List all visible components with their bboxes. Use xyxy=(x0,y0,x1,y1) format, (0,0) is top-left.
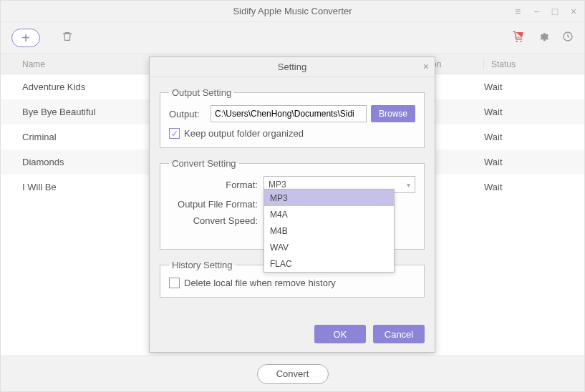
window-controls: ≡ − □ × xyxy=(513,1,579,22)
track-status: Wait xyxy=(484,132,566,142)
track-status: Wait xyxy=(484,107,566,117)
toolbar: + xyxy=(1,22,584,54)
output-label: Output: xyxy=(169,109,211,119)
format-label: Format: xyxy=(169,180,264,190)
close-icon[interactable]: × xyxy=(569,6,579,16)
gear-icon[interactable] xyxy=(538,31,549,45)
svg-point-1 xyxy=(521,40,522,41)
menu-icon[interactable]: ≡ xyxy=(513,6,523,16)
dropdown-item-wav[interactable]: WAV xyxy=(264,239,394,255)
delete-local-label: Delete local file when remove history xyxy=(184,278,336,288)
track-status: Wait xyxy=(484,157,566,167)
track-status: Wait xyxy=(484,182,566,192)
output-path-input[interactable] xyxy=(211,105,367,122)
maximize-icon[interactable]: □ xyxy=(550,6,560,16)
titlebar: Sidify Apple Music Converter ≡ − □ × xyxy=(1,1,584,22)
dropdown-item-mp3[interactable]: MP3 xyxy=(264,190,394,206)
output-setting-legend: Output Setting xyxy=(169,87,234,98)
cart-icon[interactable] xyxy=(512,30,525,46)
format-value: MP3 xyxy=(269,180,286,190)
convert-setting-legend: Convert Setting xyxy=(169,158,239,169)
convert-button[interactable]: Convert xyxy=(257,364,329,384)
dialog-close-button[interactable]: × xyxy=(423,61,429,72)
keep-organized-checkbox[interactable]: ✓ xyxy=(169,128,180,139)
minimize-icon[interactable]: − xyxy=(531,6,541,16)
dialog-title: Setting xyxy=(278,62,306,72)
format-dropdown: MP3 M4A M4B WAV FLAC xyxy=(264,189,395,273)
ok-button[interactable]: OK xyxy=(314,325,366,343)
dropdown-item-m4b[interactable]: M4B xyxy=(264,222,394,239)
dialog-titlebar: Setting × xyxy=(150,57,435,77)
browse-button[interactable]: Browse xyxy=(371,105,415,122)
keep-organized-label: Keep output folder organized xyxy=(184,128,304,139)
dropdown-item-flac[interactable]: FLAC xyxy=(264,255,394,272)
chevron-down-icon: ▾ xyxy=(407,181,410,189)
svg-point-0 xyxy=(516,40,518,41)
cancel-button[interactable]: Cancel xyxy=(373,325,425,343)
delete-local-checkbox[interactable]: ✓ xyxy=(169,278,180,288)
col-status[interactable]: Status xyxy=(484,59,584,69)
window-title: Sidify Apple Music Converter xyxy=(233,6,352,16)
history-icon[interactable] xyxy=(562,31,574,45)
history-setting-legend: History Setting xyxy=(169,260,236,270)
track-status: Wait xyxy=(484,82,566,92)
output-file-format-label: Output File Format: xyxy=(169,199,264,210)
trash-button[interactable] xyxy=(62,31,73,45)
convert-speed-label: Convert Speed: xyxy=(169,215,264,226)
output-setting-group: Output Setting Output: Browse ✓ Keep out… xyxy=(160,87,425,148)
add-button[interactable]: + xyxy=(11,29,40,47)
bottom-bar: Convert xyxy=(1,356,584,391)
dropdown-item-m4a[interactable]: M4A xyxy=(264,206,394,222)
